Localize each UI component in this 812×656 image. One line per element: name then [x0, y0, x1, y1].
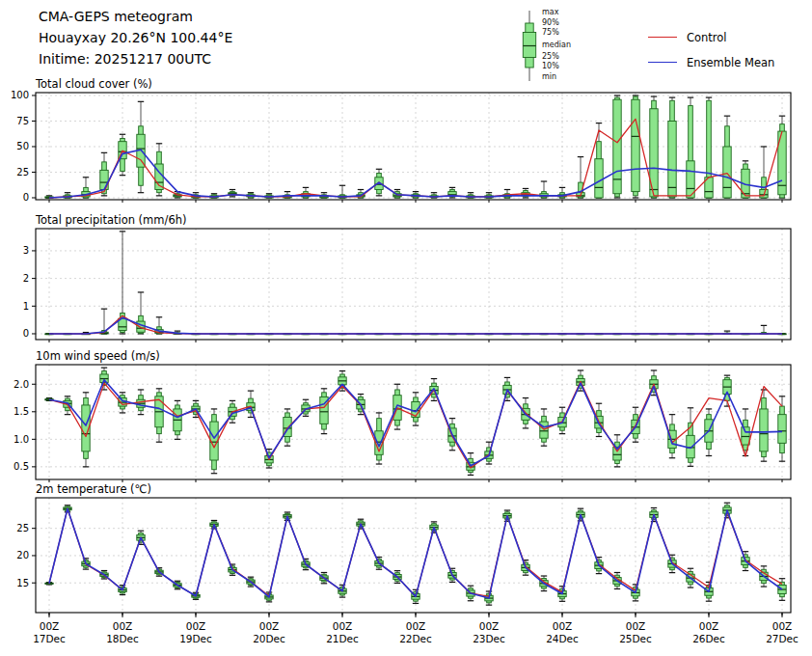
svg-text:00Z: 00Z [40, 620, 60, 632]
ensemble-mean-line-icon [648, 62, 677, 63]
svg-text:00Z: 00Z [259, 620, 280, 632]
svg-text:26Dec: 26Dec [692, 633, 725, 644]
panel-precip: 0123 [23, 229, 791, 342]
panel-title-temp: 2m temperature (℃) [36, 482, 151, 496]
panel-title-wind: 10m wind speed (m/s) [36, 349, 160, 363]
svg-text:75: 75 [16, 116, 29, 126]
panel-title-cloud: Total cloud cover (%) [36, 77, 152, 91]
svg-text:20Dec: 20Dec [253, 633, 285, 644]
panel-temp: 152025 [16, 498, 791, 615]
legend-box-label-max: max [542, 8, 558, 16]
svg-text:1.5: 1.5 [14, 406, 29, 417]
legend-box-label-median: median [542, 41, 571, 49]
svg-text:00Z: 00Z [553, 620, 573, 632]
svg-text:15: 15 [16, 578, 29, 588]
svg-text:25: 25 [16, 167, 29, 178]
svg-text:20: 20 [16, 550, 29, 560]
svg-text:1: 1 [23, 301, 29, 312]
svg-text:19Dec: 19Dec [179, 633, 212, 644]
svg-text:2.0: 2.0 [14, 379, 29, 390]
page-title: CMA-GEPS meteogram [39, 6, 232, 27]
legend-entry-control: Control [648, 30, 727, 43]
svg-text:0: 0 [23, 192, 29, 203]
svg-text:22Dec: 22Dec [399, 633, 432, 644]
svg-text:1.0: 1.0 [14, 434, 29, 445]
x-axis-labels: 00Z17Dec00Z18Dec00Z19Dec00Z20Dec00Z21Dec… [33, 613, 798, 644]
svg-text:00Z: 00Z [772, 620, 793, 632]
legend-box-label-min: min [542, 72, 556, 81]
svg-text:00Z: 00Z [699, 620, 719, 632]
svg-text:100: 100 [11, 90, 29, 100]
svg-text:24Dec: 24Dec [546, 633, 579, 644]
panel-cloud: 0255075100 [11, 90, 791, 203]
svg-text:00Z: 00Z [626, 620, 646, 632]
svg-text:00Z: 00Z [113, 620, 133, 632]
legend-box-label-p75: 75% [542, 28, 559, 37]
init-time-label: Initime: 20251217 00UTC [39, 48, 232, 69]
meteogram-page: 025507510001230.51.01.52.015202500Z17Dec… [0, 0, 812, 656]
legend-boxplot-glyph [523, 11, 535, 81]
svg-text:3: 3 [23, 245, 29, 256]
svg-text:27Dec: 27Dec [766, 633, 798, 644]
svg-text:18Dec: 18Dec [106, 633, 139, 644]
control-line-icon [648, 37, 677, 38]
svg-text:21Dec: 21Dec [326, 633, 359, 644]
svg-text:2: 2 [23, 273, 29, 284]
svg-text:00Z: 00Z [186, 620, 206, 632]
svg-text:00Z: 00Z [406, 620, 426, 632]
legend-ensemble-mean-label: Ensemble Mean [687, 56, 774, 69]
svg-text:50: 50 [16, 141, 29, 151]
svg-text:0: 0 [23, 328, 29, 339]
svg-text:17Dec: 17Dec [33, 633, 66, 644]
location-label: Houayxay 20.26°N 100.44°E [39, 27, 232, 48]
legend-control-label: Control [687, 31, 727, 44]
svg-text:00Z: 00Z [333, 620, 353, 632]
panel-title-precip: Total precipitation (mm/6h) [36, 213, 186, 227]
header: CMA-GEPS meteogram Houayxay 20.26°N 100.… [39, 6, 232, 69]
svg-text:0.5: 0.5 [14, 461, 29, 472]
meteogram-chart: 025507510001230.51.01.52.015202500Z17Dec… [0, 0, 812, 656]
legend-box-label-p25: 25% [542, 52, 559, 61]
svg-text:25: 25 [16, 523, 29, 533]
panel-wind: 0.51.01.52.0 [14, 365, 791, 482]
legend-box-label-p90: 90% [542, 18, 559, 27]
legend-box-label-p10: 10% [542, 62, 559, 70]
svg-text:23Dec: 23Dec [473, 633, 505, 644]
svg-text:00Z: 00Z [479, 620, 500, 632]
legend-entry-ensemble-mean: Ensemble Mean [648, 55, 774, 68]
svg-text:25Dec: 25Dec [619, 633, 652, 644]
